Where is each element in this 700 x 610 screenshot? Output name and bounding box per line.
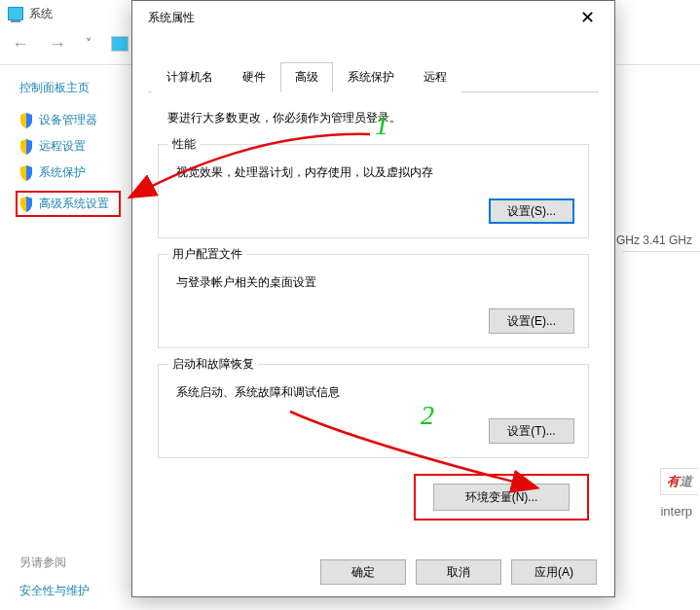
ok-button[interactable]: 确定: [320, 559, 406, 585]
group-title: 性能: [168, 136, 200, 153]
bg-window-title: 系统: [29, 6, 53, 22]
group-title: 启动和故障恢复: [168, 356, 258, 373]
control-panel-sidebar: 控制面板主页 设备管理器 远程设置 系统保护 高级系统设置: [19, 80, 136, 217]
sidebar-item-advanced-settings[interactable]: 高级系统设置: [19, 196, 109, 212]
sidebar-item-label: 设备管理器: [39, 112, 97, 128]
shield-icon: [19, 113, 33, 128]
cut-text: interp: [660, 504, 692, 519]
see-also-title: 另请参阅: [19, 555, 90, 571]
cpu-ghz-text: GHz 3.41 GHz: [616, 233, 692, 247]
dialog-titlebar: 系统属性 ✕: [132, 1, 614, 34]
sidebar-item-label: 高级系统设置: [39, 196, 109, 212]
user-profile-settings-button[interactable]: 设置(E)...: [489, 308, 574, 334]
tab-remote[interactable]: 远程: [409, 62, 461, 92]
apply-button[interactable]: 应用(A): [511, 559, 597, 585]
monitor-icon: [8, 7, 23, 20]
tab-hardware[interactable]: 硬件: [228, 62, 280, 92]
user-profile-group: 用户配置文件 与登录帐户相关的桌面设置 设置(E)...: [158, 254, 589, 348]
annotation-highlight-sidebar: 高级系统设置: [16, 191, 121, 217]
divider: [622, 251, 700, 252]
back-arrow-icon[interactable]: ←: [12, 34, 29, 54]
sidebar-item-device-manager[interactable]: 设备管理器: [19, 112, 136, 128]
performance-settings-button[interactable]: 设置(S)...: [489, 198, 574, 224]
group-desc: 系统启动、系统故障和调试信息: [176, 384, 574, 401]
up-arrow-icon[interactable]: ˅: [86, 37, 92, 51]
security-maintenance-link[interactable]: 安全性与维护: [19, 583, 90, 599]
sidebar-item-label: 系统保护: [39, 164, 86, 181]
group-desc: 与登录帐户相关的桌面设置: [176, 274, 574, 291]
sidebar-title[interactable]: 控制面板主页: [19, 80, 136, 96]
tab-computer-name[interactable]: 计算机名: [152, 62, 228, 92]
see-also-section: 另请参阅 安全性与维护: [19, 555, 90, 599]
shield-icon: [19, 139, 33, 155]
dialog-body: 要进行大多数更改，你必须作为管理员登录。 性能 视觉效果，处理器计划，内存使用，…: [132, 92, 614, 534]
sidebar-item-system-protection[interactable]: 系统保护: [19, 164, 136, 181]
group-desc: 视觉效果，处理器计划，内存使用，以及虚拟内存: [176, 164, 574, 181]
env-var-row: 环境变量(N)...: [158, 474, 589, 520]
performance-group: 性能 视觉效果，处理器计划，内存使用，以及虚拟内存 设置(S)...: [158, 144, 589, 238]
sidebar-item-remote-settings[interactable]: 远程设置: [19, 138, 136, 155]
shield-icon: [19, 197, 33, 212]
shield-icon: [19, 165, 33, 181]
close-icon[interactable]: ✕: [572, 7, 603, 28]
address-monitor-icon: [111, 36, 129, 52]
tab-advanced[interactable]: 高级: [280, 62, 333, 92]
environment-variables-button[interactable]: 环境变量(N)...: [433, 484, 570, 511]
system-properties-dialog: 系统属性 ✕ 计算机名 硬件 高级 系统保护 远程 要进行大多数更改，你必须作为…: [131, 0, 615, 597]
startup-recovery-group: 启动和故障恢复 系统启动、系统故障和调试信息 设置(T)...: [158, 364, 589, 458]
cancel-button[interactable]: 取消: [416, 559, 501, 585]
dialog-footer: 确定 取消 应用(A): [320, 559, 597, 585]
tab-system-protection[interactable]: 系统保护: [333, 62, 409, 92]
forward-arrow-icon[interactable]: →: [49, 34, 66, 54]
dialog-title: 系统属性: [148, 10, 195, 26]
admin-note-text: 要进行大多数更改，你必须作为管理员登录。: [167, 110, 589, 126]
startup-recovery-settings-button[interactable]: 设置(T)...: [489, 418, 574, 444]
dialog-tabs: 计算机名 硬件 高级 系统保护 远程: [148, 61, 599, 92]
youdao-brand: 有道: [660, 468, 698, 495]
group-title: 用户配置文件: [168, 246, 246, 263]
sidebar-item-label: 远程设置: [39, 138, 86, 155]
annotation-highlight-env: 环境变量(N)...: [414, 474, 589, 520]
